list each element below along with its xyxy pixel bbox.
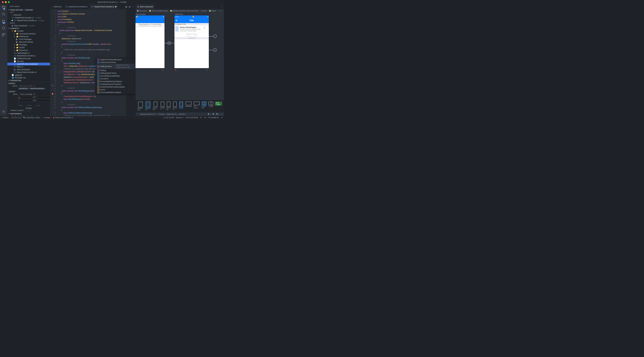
file-tree-item[interactable]: C#DetailViewController.cs (7, 54, 50, 57)
bookmarks-header[interactable]: ▾BOOKMARKS (7, 112, 50, 115)
tableview-scene[interactable]: Carrier📶▮ ⟳Title Prototype Cells James M… (174, 16, 209, 68)
device-chip[interactable]: Full Screen (194, 102, 200, 109)
file-tree-item[interactable]: ▸📁Packages (7, 43, 50, 46)
device-chip[interactable]: Portrait (179, 102, 183, 109)
remove-chip-icon[interactable]: × (28, 88, 28, 89)
intellisense-item[interactable]: EndAppearanceTransition (96, 83, 135, 86)
status-tasks[interactable]: 🔍 Scanning for Tasks... (23, 117, 42, 119)
intellisense-item[interactable]: Editing (96, 69, 135, 72)
minimize-window-button[interactable] (5, 1, 7, 3)
file-tree-item[interactable]: ▾📁References (7, 35, 50, 38)
status-lncol[interactable]: Ln 25, Col 49 (164, 117, 174, 118)
file-tree-item[interactable]: C#MasterViewController.cs (7, 71, 50, 74)
x-input[interactable] (20, 96, 36, 99)
file-tree-item[interactable]: C#Main.cs (7, 65, 50, 68)
scene-warning-icon[interactable]: ▭ (162, 69, 163, 71)
activity-explorer[interactable]: 1 (2, 6, 6, 10)
scene-warning-badge[interactable]: ⚠ (175, 69, 176, 71)
action-input[interactable] (19, 85, 36, 87)
tab-master[interactable]: C#MasterViewController.cs (90, 4, 118, 9)
feedback-button[interactable]: ☺ (221, 117, 223, 118)
edit-traits-button[interactable]: Edit Traits (215, 102, 222, 106)
y-input[interactable] (37, 96, 50, 99)
remove-chip-icon[interactable]: × (44, 88, 44, 89)
file-tree-item[interactable]: 📄Entitlements.plist (7, 57, 50, 60)
intellisense-item[interactable]: EditButtonItemUIBarButtonItem EditButton… (96, 64, 135, 69)
open-editor-item[interactable]: ⌂Welcome (7, 14, 50, 16)
storyboard-designer[interactable]: ewController 📶▮ Navigation Controller ← … (136, 12, 224, 100)
scene-warning-icon[interactable]: ▭ (206, 69, 208, 71)
open-editor-item[interactable]: C#DetailViewController.csConfetti (7, 16, 50, 19)
file-tree-item[interactable]: ▸📁Assets (7, 46, 50, 49)
device-chip[interactable]: iPhone 7 (160, 102, 165, 110)
status-problems[interactable]: ⓧ 2 ⚠ 2 ⓘ 3 (11, 116, 21, 119)
zoom-out-button[interactable]: 🔍− (208, 113, 211, 115)
device-chip[interactable]: iPad Pro 9.7" (145, 102, 151, 111)
open-editors-header[interactable]: ▾OPEN EDITORS 1 UNSAVED (7, 9, 50, 11)
status-lang-server[interactable]: ↯ csharp (44, 117, 50, 119)
file-tree-item[interactable]: ▦Main.storyboard (7, 68, 50, 71)
close-window-button[interactable] (2, 1, 4, 3)
file-tree-item[interactable]: 📘README.md (7, 76, 50, 79)
status-eol[interactable]: LF (200, 117, 202, 118)
refresh-icon[interactable]: ⟳ (176, 19, 178, 22)
status-spaces[interactable]: Spaces: 4 (176, 117, 183, 118)
prototype-cell[interactable]: James Montemagno Tousled food truck pola… (174, 25, 209, 33)
file-tree-item[interactable]: ▸📁Connected Services (7, 33, 50, 35)
intellisense-item[interactable]: EdgesForExtendedLayout (96, 58, 135, 61)
status-branch[interactable]: ᚶ master+ (1, 117, 9, 118)
intellisense-item[interactable]: EncodeTo (96, 77, 135, 80)
tab-welcome[interactable]: ⌂ Welcome (50, 4, 64, 9)
file-tree-item[interactable]: ▸📁Resources (7, 49, 50, 52)
device-chip[interactable]: iPhone 4s (173, 102, 177, 110)
status-file[interactable]: 🔖 MasterViewController.cs (52, 117, 73, 119)
activity-scm[interactable]: 15 (2, 19, 6, 23)
code-editor[interactable]: 123456789101112131415161718192021222324✎… (50, 9, 135, 116)
align-center-button[interactable] (28, 109, 30, 111)
intellisense-item[interactable]: EncodeRestorableState (96, 75, 135, 77)
file-tree-item[interactable]: ◧From Packages (7, 38, 50, 41)
open-editor-item[interactable]: C#MasterViewController.csConfetti (7, 19, 50, 22)
intellisense-item[interactable]: EnumerateDatesCallback (96, 91, 135, 94)
device-chip[interactable]: iPad Pro 12.9" (137, 102, 144, 111)
activity-search[interactable] (2, 12, 6, 17)
device-chip[interactable]: iPhone 7 Plus (152, 102, 158, 110)
status-solution[interactable]: ⚑ Confetti.sln (208, 117, 219, 119)
intellisense-item[interactable]: EditActionsForRow (96, 61, 135, 64)
activity-settings[interactable] (2, 110, 6, 114)
file-tree-item[interactable]: ▦LaunchScreen.storyboard (7, 63, 50, 65)
intellisense-item[interactable]: EntryPointNotFoundException (96, 86, 135, 88)
zoom-in-button[interactable]: 🔍+ (216, 113, 219, 115)
file-tree-item[interactable]: ◧Microsoft.CSharp (7, 41, 50, 43)
expand-all-button[interactable]: ⤢ (219, 10, 220, 12)
more-actions-button[interactable]: ⋯ (220, 6, 222, 8)
breadcrumb[interactable]: Document› View Controller Scene› MyViewC… (136, 9, 224, 12)
file-tree-item[interactable]: 📄Info.plist (7, 60, 50, 63)
fit-button[interactable]: ⛶ (221, 113, 222, 115)
intellisense-item[interactable]: EditingStyleForRow (96, 72, 135, 75)
file-tree-item[interactable]: ▾📁Confetti (7, 30, 50, 33)
split-editor-button[interactable]: ◧ (126, 6, 127, 8)
zoom-reset-button[interactable]: 🔍 (212, 113, 214, 115)
activity-debug[interactable] (2, 26, 6, 30)
project-header[interactable]: ▾CONFETTI (7, 27, 50, 30)
toggle-layout-button[interactable]: ▤ (129, 6, 130, 8)
show-select[interactable]: Frame rectangle (19, 93, 36, 96)
status-encoding[interactable]: UTF-8 with BOM (186, 117, 198, 118)
handler-chip[interactable]: HandleTouchInside× (30, 88, 45, 89)
status-mode[interactable]: C# (204, 117, 206, 118)
anchor-origin-picker[interactable] (18, 97, 19, 104)
zoom-window-button[interactable] (8, 1, 10, 3)
segue-node[interactable]: − (214, 35, 217, 38)
intellisense-item[interactable]: Enum (96, 88, 135, 91)
tab-detail[interactable]: C#DetailViewController.cs (64, 4, 90, 9)
device-chip[interactable]: ⅔ Split View (201, 102, 207, 109)
h-input[interactable] (37, 99, 50, 102)
activity-extensions[interactable] (2, 33, 6, 37)
handler-chip[interactable]: HandleClick× (18, 88, 29, 89)
nav-controller-scene[interactable]: 📶▮ Navigation Controller ← drag from her… (136, 16, 164, 68)
w-input[interactable] (20, 99, 36, 102)
tab-storyboard[interactable]: ▦Main.storyboard (136, 4, 155, 9)
intellisense-item[interactable]: EncodingDetectionOptions (96, 80, 135, 83)
align-left-button[interactable] (25, 109, 27, 111)
